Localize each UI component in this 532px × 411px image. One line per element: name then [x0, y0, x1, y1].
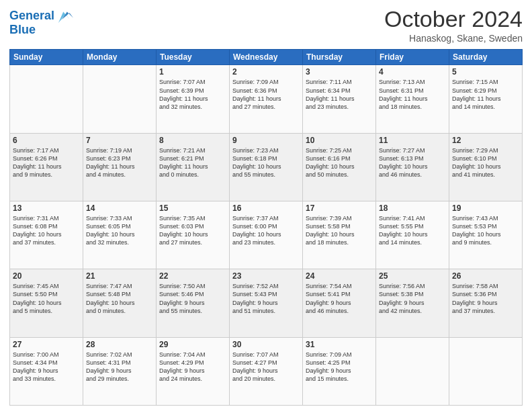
calendar-cell: 8Sunrise: 7:21 AM Sunset: 6:21 PM Daylig… [157, 133, 230, 201]
calendar-cell: 16Sunrise: 7:37 AM Sunset: 6:00 PM Dayli… [230, 201, 303, 269]
day-info: Sunrise: 7:15 AM Sunset: 6:29 PM Dayligh… [452, 78, 519, 111]
day-info: Sunrise: 7:09 AM Sunset: 4:25 PM Dayligh… [306, 351, 373, 383]
day-info: Sunrise: 7:56 AM Sunset: 5:38 PM Dayligh… [379, 282, 446, 315]
day-number: 11 [379, 136, 446, 145]
calendar-cell: 19Sunrise: 7:43 AM Sunset: 5:53 PM Dayli… [449, 201, 523, 269]
day-number: 5 [452, 67, 519, 77]
calendar-cell: 23Sunrise: 7:52 AM Sunset: 5:43 PM Dayli… [230, 269, 303, 337]
day-number: 26 [452, 271, 519, 281]
col-monday: Monday [83, 50, 157, 65]
day-info: Sunrise: 7:47 AM Sunset: 5:48 PM Dayligh… [86, 282, 153, 315]
day-info: Sunrise: 7:50 AM Sunset: 5:46 PM Dayligh… [159, 282, 226, 315]
day-number: 8 [159, 136, 226, 145]
day-info: Sunrise: 7:07 AM Sunset: 6:39 PM Dayligh… [159, 78, 226, 111]
calendar-cell: 4Sunrise: 7:13 AM Sunset: 6:31 PM Daylig… [376, 65, 449, 133]
day-number: 1 [159, 67, 226, 77]
calendar-cell: 26Sunrise: 7:58 AM Sunset: 5:36 PM Dayli… [449, 269, 523, 337]
day-number: 15 [159, 203, 226, 213]
calendar-cell: 9Sunrise: 7:23 AM Sunset: 6:18 PM Daylig… [230, 133, 303, 201]
calendar-week-3: 13Sunrise: 7:31 AM Sunset: 6:08 PM Dayli… [10, 201, 523, 269]
day-number: 6 [13, 136, 80, 145]
calendar-cell: 1Sunrise: 7:07 AM Sunset: 6:39 PM Daylig… [157, 65, 230, 133]
calendar-cell: 14Sunrise: 7:33 AM Sunset: 6:05 PM Dayli… [83, 201, 157, 269]
day-info: Sunrise: 7:11 AM Sunset: 6:34 PM Dayligh… [306, 78, 373, 111]
day-info: Sunrise: 7:07 AM Sunset: 4:27 PM Dayligh… [232, 351, 300, 383]
day-info: Sunrise: 7:00 AM Sunset: 4:34 PM Dayligh… [13, 351, 80, 383]
day-info: Sunrise: 7:43 AM Sunset: 5:53 PM Dayligh… [452, 214, 519, 247]
day-number: 30 [232, 340, 300, 349]
col-friday: Friday [376, 50, 449, 65]
day-info: Sunrise: 7:13 AM Sunset: 6:31 PM Dayligh… [379, 78, 446, 111]
calendar-cell: 21Sunrise: 7:47 AM Sunset: 5:48 PM Dayli… [83, 269, 157, 337]
calendar-cell: 25Sunrise: 7:56 AM Sunset: 5:38 PM Dayli… [376, 269, 449, 337]
day-number: 14 [86, 203, 153, 213]
calendar-cell: 7Sunrise: 7:19 AM Sunset: 6:23 PM Daylig… [83, 133, 157, 201]
header-row: Sunday Monday Tuesday Wednesday Thursday… [10, 50, 523, 65]
day-number: 25 [379, 271, 446, 281]
day-number: 17 [306, 203, 373, 213]
day-info: Sunrise: 7:58 AM Sunset: 5:36 PM Dayligh… [452, 282, 519, 315]
day-number: 28 [86, 340, 153, 349]
calendar-week-5: 27Sunrise: 7:00 AM Sunset: 4:34 PM Dayli… [10, 337, 523, 405]
day-number: 10 [306, 136, 373, 145]
day-number: 31 [306, 340, 373, 349]
calendar-week-2: 6Sunrise: 7:17 AM Sunset: 6:26 PM Daylig… [10, 133, 523, 201]
day-number: 16 [232, 203, 300, 213]
day-number: 9 [232, 136, 300, 145]
calendar-cell: 18Sunrise: 7:41 AM Sunset: 5:55 PM Dayli… [376, 201, 449, 269]
col-tuesday: Tuesday [157, 50, 230, 65]
col-thursday: Thursday [303, 50, 376, 65]
day-info: Sunrise: 7:21 AM Sunset: 6:21 PM Dayligh… [159, 146, 226, 179]
col-wednesday: Wednesday [230, 50, 303, 65]
calendar-cell: 22Sunrise: 7:50 AM Sunset: 5:46 PM Dayli… [157, 269, 230, 337]
calendar-week-1: 1Sunrise: 7:07 AM Sunset: 6:39 PM Daylig… [10, 65, 523, 133]
logo: General Blue [9, 7, 75, 37]
day-number: 20 [13, 271, 80, 281]
day-number: 22 [159, 271, 226, 281]
day-info: Sunrise: 7:17 AM Sunset: 6:26 PM Dayligh… [13, 146, 80, 179]
day-number: 7 [86, 136, 153, 145]
day-info: Sunrise: 7:52 AM Sunset: 5:43 PM Dayligh… [232, 282, 300, 315]
calendar-week-4: 20Sunrise: 7:45 AM Sunset: 5:50 PM Dayli… [10, 269, 523, 337]
calendar-cell: 6Sunrise: 7:17 AM Sunset: 6:26 PM Daylig… [10, 133, 83, 201]
day-info: Sunrise: 7:37 AM Sunset: 6:00 PM Dayligh… [232, 214, 300, 247]
day-info: Sunrise: 7:02 AM Sunset: 4:31 PM Dayligh… [86, 351, 153, 383]
calendar-cell: 3Sunrise: 7:11 AM Sunset: 6:34 PM Daylig… [303, 65, 376, 133]
day-info: Sunrise: 7:09 AM Sunset: 6:36 PM Dayligh… [232, 78, 300, 111]
calendar-cell: 13Sunrise: 7:31 AM Sunset: 6:08 PM Dayli… [10, 201, 83, 269]
day-info: Sunrise: 7:45 AM Sunset: 5:50 PM Dayligh… [13, 282, 80, 315]
day-number: 4 [379, 67, 446, 77]
calendar-cell: 27Sunrise: 7:00 AM Sunset: 4:34 PM Dayli… [10, 337, 83, 405]
day-number: 18 [379, 203, 446, 213]
day-info: Sunrise: 7:35 AM Sunset: 6:03 PM Dayligh… [159, 214, 226, 247]
calendar-cell: 17Sunrise: 7:39 AM Sunset: 5:58 PM Dayli… [303, 201, 376, 269]
page: General Blue October 2024 Hanaskog, Skan… [0, 0, 532, 411]
day-number: 27 [13, 340, 80, 349]
day-info: Sunrise: 7:19 AM Sunset: 6:23 PM Dayligh… [86, 146, 153, 179]
day-number: 2 [232, 67, 300, 77]
day-number: 23 [232, 271, 300, 281]
day-number: 19 [452, 203, 519, 213]
calendar-cell: 31Sunrise: 7:09 AM Sunset: 4:25 PM Dayli… [303, 337, 376, 405]
day-info: Sunrise: 7:27 AM Sunset: 6:13 PM Dayligh… [379, 146, 446, 179]
calendar-cell: 10Sunrise: 7:25 AM Sunset: 6:16 PM Dayli… [303, 133, 376, 201]
day-number: 29 [159, 340, 226, 349]
month-title: October 2024 [384, 7, 523, 32]
calendar-cell: 5Sunrise: 7:15 AM Sunset: 6:29 PM Daylig… [449, 65, 523, 133]
day-number: 21 [86, 271, 153, 281]
day-info: Sunrise: 7:04 AM Sunset: 4:29 PM Dayligh… [159, 351, 226, 383]
title-block: October 2024 Hanaskog, Skane, Sweden [384, 7, 523, 44]
day-info: Sunrise: 7:29 AM Sunset: 6:10 PM Dayligh… [452, 146, 519, 179]
calendar-cell [449, 337, 523, 405]
day-info: Sunrise: 7:39 AM Sunset: 5:58 PM Dayligh… [306, 214, 373, 247]
calendar-cell [376, 337, 449, 405]
calendar-cell: 12Sunrise: 7:29 AM Sunset: 6:10 PM Dayli… [449, 133, 523, 201]
day-number: 13 [13, 203, 80, 213]
day-info: Sunrise: 7:25 AM Sunset: 6:16 PM Dayligh… [306, 146, 373, 179]
day-info: Sunrise: 7:23 AM Sunset: 6:18 PM Dayligh… [232, 146, 300, 179]
day-info: Sunrise: 7:41 AM Sunset: 5:55 PM Dayligh… [379, 214, 446, 247]
col-sunday: Sunday [10, 50, 83, 65]
col-saturday: Saturday [449, 50, 523, 65]
calendar-cell: 28Sunrise: 7:02 AM Sunset: 4:31 PM Dayli… [83, 337, 157, 405]
calendar-cell: 30Sunrise: 7:07 AM Sunset: 4:27 PM Dayli… [230, 337, 303, 405]
